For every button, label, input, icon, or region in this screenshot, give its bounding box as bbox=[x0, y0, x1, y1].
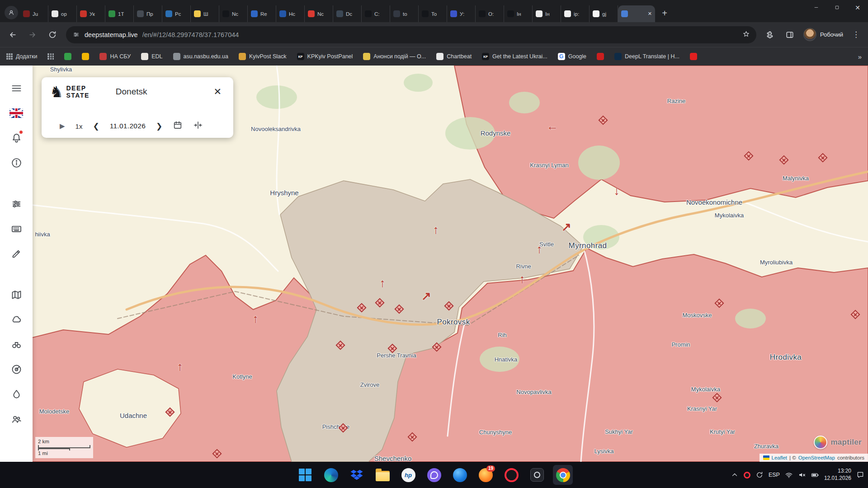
address-bar[interactable]: deepstatemap.live /en/#/12/48.2997478/37… bbox=[66, 26, 756, 43]
close-button[interactable]: ✕ bbox=[847, 0, 868, 15]
new-tab-button[interactable]: + bbox=[658, 6, 671, 20]
bookmark-item[interactable]: KPGet the Latest Ukrai... bbox=[482, 53, 547, 60]
taskbar-dark-app[interactable] bbox=[527, 465, 547, 485]
sidebar-info-icon[interactable] bbox=[7, 154, 25, 172]
attack-arrow-icon[interactable]: ↑ bbox=[380, 277, 386, 289]
tab-active[interactable]: ✕ bbox=[618, 5, 655, 22]
sidebar-map-layers-icon[interactable] bbox=[7, 286, 25, 304]
tab[interactable]: Ju bbox=[20, 5, 48, 22]
bookmark-item[interactable]: KyivPost Slack bbox=[239, 53, 287, 60]
attack-arrow-icon[interactable]: ↑ bbox=[519, 273, 525, 285]
bookmark-item[interactable] bbox=[690, 53, 697, 60]
sidebar-cloud-icon[interactable] bbox=[7, 310, 25, 328]
prev-date-button[interactable]: ❮ bbox=[93, 122, 99, 131]
tab[interactable]: C: bbox=[362, 5, 390, 22]
bookmark-item[interactable] bbox=[597, 53, 604, 60]
tab[interactable]: У: bbox=[447, 5, 476, 22]
bookmark-item[interactable]: asu.nasbu.edu.ua bbox=[173, 53, 228, 60]
bookmark-item[interactable]: Анонси подій — О... bbox=[363, 53, 426, 60]
tab[interactable]: Re bbox=[248, 5, 276, 22]
tab[interactable]: Пр bbox=[134, 5, 162, 22]
play-button[interactable]: ▶ bbox=[60, 122, 65, 130]
tab[interactable]: O: bbox=[476, 5, 504, 22]
minimize-button[interactable] bbox=[806, 0, 826, 15]
bookmark-item[interactable]: НА СБУ bbox=[99, 53, 131, 60]
tray-expand-icon[interactable] bbox=[731, 471, 739, 479]
bookmark-item[interactable]: EDL bbox=[141, 53, 162, 60]
tab-search-icon[interactable] bbox=[5, 6, 18, 19]
attack-arrow-icon[interactable]: ↑ bbox=[253, 313, 259, 324]
map-canvas[interactable]: ShylivkaNovooleksandrivkaRodynskeRazineK… bbox=[0, 66, 868, 462]
profile-chip[interactable]: Робочий bbox=[802, 28, 845, 41]
bookmark-item[interactable]: KPKPKyiv PostPanel bbox=[297, 53, 353, 60]
volume-button[interactable] bbox=[798, 471, 806, 479]
tab[interactable]: Ш bbox=[191, 5, 219, 22]
bookmark-item[interactable]: DeepL Translate | H... bbox=[614, 53, 679, 60]
sidebar-menu-icon[interactable] bbox=[7, 79, 25, 97]
back-button[interactable] bbox=[5, 27, 21, 43]
current-date[interactable]: 11.01.2026 bbox=[110, 122, 146, 130]
tab[interactable]: Nc bbox=[305, 5, 333, 22]
tab[interactable]: Dc bbox=[333, 5, 362, 22]
bookmark-item[interactable] bbox=[47, 53, 54, 60]
tab-close-icon[interactable]: ✕ bbox=[648, 11, 652, 17]
taskbar-browser-orange[interactable]: 19 bbox=[476, 465, 495, 485]
bookmark-item[interactable] bbox=[64, 53, 71, 60]
taskbar-chrome[interactable] bbox=[553, 465, 573, 485]
taskbar-windows-start[interactable] bbox=[295, 465, 315, 485]
tab[interactable]: Ук bbox=[77, 5, 105, 22]
bookmark-star-button[interactable] bbox=[742, 30, 750, 39]
attack-arrow-icon[interactable]: ↗ bbox=[561, 221, 571, 233]
bookmark-item[interactable]: GGoogle bbox=[558, 53, 586, 60]
panel-close-button[interactable]: ✕ bbox=[211, 85, 224, 98]
tab[interactable]: Ін bbox=[504, 5, 533, 22]
sidebar-keyboard-icon[interactable] bbox=[7, 220, 25, 238]
maptiler-logo[interactable]: maptiler bbox=[814, 436, 862, 449]
sidebar-bell-icon[interactable] bbox=[7, 129, 25, 147]
reload-button[interactable] bbox=[44, 27, 61, 43]
tray-opera-icon[interactable] bbox=[744, 472, 750, 479]
taskbar-dropbox[interactable] bbox=[347, 465, 367, 485]
taskbar-hp[interactable]: hp bbox=[398, 465, 418, 485]
bookmark-item[interactable] bbox=[82, 53, 89, 60]
tab[interactable]: Hc bbox=[276, 5, 305, 22]
clock[interactable]: 13:20 12.01.2026 bbox=[824, 468, 851, 482]
forward-button[interactable] bbox=[24, 27, 41, 43]
sidebar-droplet-icon[interactable] bbox=[7, 385, 25, 403]
next-date-button[interactable]: ❯ bbox=[156, 122, 162, 131]
tab[interactable]: ip: bbox=[561, 5, 590, 22]
taskbar-browser-blue[interactable] bbox=[450, 465, 470, 485]
tab[interactable]: Ін bbox=[533, 5, 561, 22]
calendar-button[interactable] bbox=[173, 120, 183, 132]
bookmark-item[interactable]: Chartbeat bbox=[436, 53, 472, 60]
leaflet-link[interactable]: Leaflet bbox=[772, 455, 788, 460]
attack-arrow-icon[interactable]: ↗ bbox=[421, 290, 431, 302]
sidebar-draw-icon[interactable] bbox=[7, 244, 25, 263]
tab[interactable]: op bbox=[48, 5, 77, 22]
taskbar-opera[interactable] bbox=[501, 465, 521, 485]
side-panel-button[interactable] bbox=[782, 27, 798, 43]
sidebar-binoculars-icon[interactable] bbox=[7, 335, 25, 353]
taskbar-viber[interactable] bbox=[424, 465, 444, 485]
extensions-button[interactable] bbox=[762, 27, 778, 43]
compare-dates-button[interactable] bbox=[193, 120, 203, 132]
keyboard-layout-indicator[interactable]: ESP bbox=[769, 472, 780, 478]
sidebar-uk-flag-icon[interactable] bbox=[7, 104, 25, 122]
attack-arrow-icon[interactable]: ← bbox=[547, 120, 558, 132]
tray-sync-icon[interactable] bbox=[755, 471, 764, 479]
attack-arrow-icon[interactable]: ↑ bbox=[433, 224, 439, 235]
sidebar-adjustments-icon[interactable] bbox=[7, 195, 25, 213]
sidebar-group-icon[interactable] bbox=[7, 410, 25, 428]
tab[interactable]: To bbox=[419, 5, 447, 22]
osm-link[interactable]: OpenStreetMap bbox=[798, 455, 835, 460]
battery-button[interactable] bbox=[811, 471, 819, 479]
tab[interactable]: 1Т bbox=[105, 5, 134, 22]
sidebar-radar-icon[interactable] bbox=[7, 360, 25, 378]
attack-arrow-icon[interactable]: ↓ bbox=[614, 185, 620, 197]
tab[interactable]: Рс bbox=[162, 5, 191, 22]
tab[interactable]: gj bbox=[590, 5, 618, 22]
attack-arrow-icon[interactable]: ↑ bbox=[537, 243, 542, 255]
taskbar-edge[interactable] bbox=[321, 465, 341, 485]
bookmark-item[interactable]: Додатки bbox=[6, 53, 37, 60]
wifi-button[interactable] bbox=[785, 471, 793, 479]
